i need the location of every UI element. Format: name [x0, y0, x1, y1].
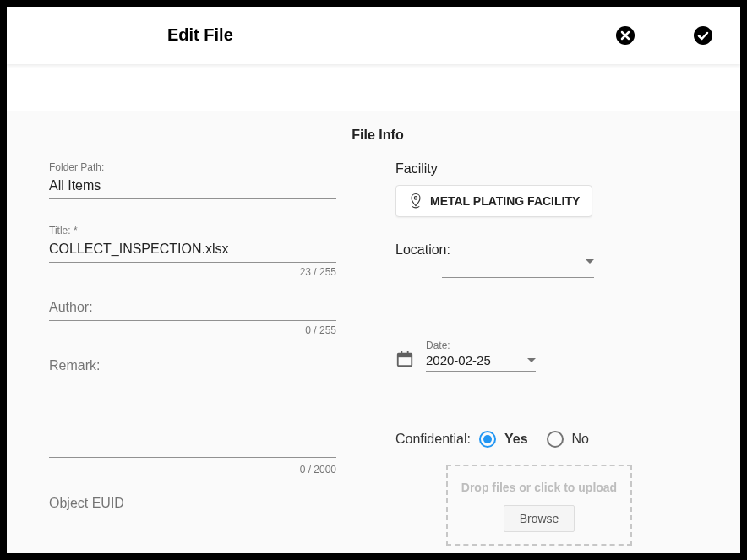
title-counter: 23 / 255 [300, 266, 336, 278]
confidential-block: Confidential: Yes No [395, 431, 706, 448]
remark-input[interactable] [49, 356, 336, 458]
calendar-icon[interactable] [395, 350, 414, 368]
confidential-label: Confidential: [395, 432, 471, 447]
facility-chip-label: METAL PLATING FACILITY [430, 194, 580, 208]
object-euid-label: Object EUID [49, 496, 124, 510]
remark-counter: 0 / 2000 [300, 464, 336, 476]
object-euid-field-wrap: Object EUID [49, 496, 336, 511]
folder-path-label: Folder Path: [49, 161, 336, 173]
location-select[interactable] [442, 258, 594, 278]
svg-rect-4 [398, 354, 412, 358]
title-input[interactable] [49, 240, 336, 263]
facility-block: Facility METAL PLATING FACILITY [395, 161, 706, 217]
author-counter: 0 / 255 [305, 324, 336, 336]
author-input[interactable] [49, 298, 336, 321]
facility-label: Facility [395, 161, 706, 177]
svg-point-1 [694, 26, 712, 45]
facility-chip[interactable]: METAL PLATING FACILITY [395, 185, 592, 217]
section-title: File Info [49, 128, 706, 143]
confidential-yes-radio[interactable] [479, 431, 496, 448]
chevron-down-icon [586, 259, 594, 264]
map-pin-icon [408, 193, 423, 209]
dialog-title: Edit File [167, 25, 233, 45]
confirm-icon[interactable] [693, 25, 713, 46]
date-block: Date: 2020-02-25 [395, 340, 706, 372]
date-value: 2020-02-25 [426, 353, 491, 367]
author-field-wrap: 0 / 255 [49, 298, 336, 321]
confidential-yes-label: Yes [504, 432, 528, 447]
confidential-no-label: No [572, 432, 589, 447]
date-select[interactable]: 2020-02-25 [426, 353, 536, 372]
upload-drop-zone[interactable]: Drop files or click to upload Browse [446, 465, 632, 546]
svg-rect-5 [401, 351, 402, 356]
svg-rect-6 [407, 351, 409, 356]
close-icon[interactable] [615, 25, 635, 46]
chevron-down-icon [527, 358, 536, 362]
svg-point-2 [414, 197, 417, 200]
title-label: Title: * [49, 225, 336, 237]
folder-path-field: Folder Path: All Items [49, 161, 336, 199]
title-field-wrap: Title: * 23 / 255 [49, 225, 336, 263]
browse-button[interactable]: Browse [504, 505, 575, 532]
folder-path-value: All Items [49, 177, 336, 199]
drop-text: Drop files or click to upload [456, 480, 622, 495]
remark-field-wrap: 0 / 2000 [49, 356, 336, 460]
location-label: Location: [395, 242, 450, 257]
confidential-no-radio[interactable] [547, 431, 564, 448]
date-label: Date: [426, 340, 536, 351]
form-scroll-area[interactable]: File Info Folder Path: All Items Title: … [7, 64, 740, 553]
dialog-header: Edit File [7, 7, 740, 64]
location-block: Location: [395, 242, 706, 280]
